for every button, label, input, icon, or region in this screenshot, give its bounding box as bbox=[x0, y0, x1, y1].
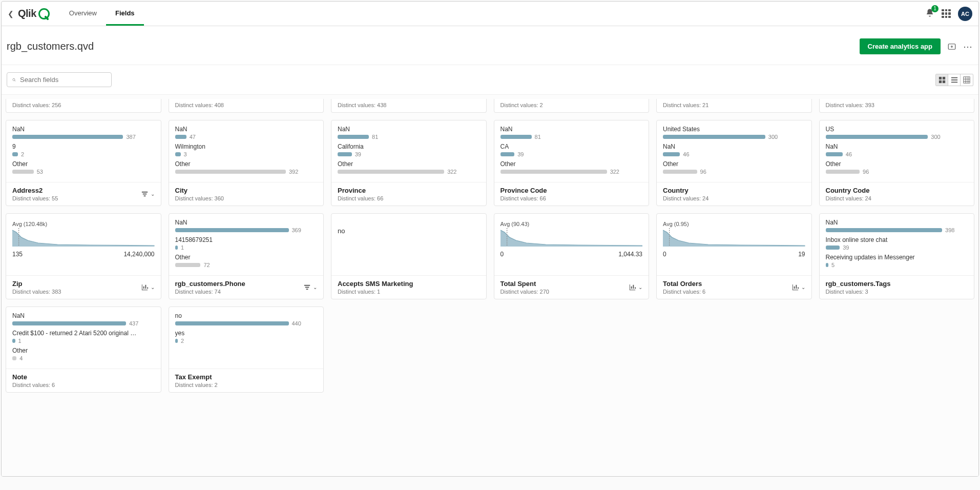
dist-label: NaN bbox=[826, 219, 968, 226]
tab-fields[interactable]: Fields bbox=[106, 2, 144, 26]
card-body: NaN 47 Wilmington 3 Other 392 bbox=[169, 120, 324, 182]
view-list-button[interactable] bbox=[948, 74, 961, 86]
field-card-partial[interactable]: Distinct values: 393 bbox=[819, 99, 975, 113]
svg-rect-1 bbox=[939, 76, 941, 79]
field-card[interactable]: US 300 NaN 46 Other 96 bbox=[819, 120, 975, 206]
filter-icon bbox=[303, 283, 311, 291]
min-value: 0 bbox=[501, 251, 504, 258]
field-card[interactable]: NaN 47 Wilmington 3 Other 392 bbox=[169, 120, 324, 206]
view-table-button[interactable] bbox=[961, 74, 973, 86]
avatar[interactable]: AC bbox=[958, 7, 972, 21]
field-name: Province Code bbox=[501, 187, 547, 194]
card-footer: Distinct values: 393 bbox=[820, 99, 974, 112]
card-body: NaN 387 9 2 Other 53 bbox=[6, 120, 161, 182]
card-footer: City Distinct values: 360 bbox=[169, 182, 324, 206]
dist-label: Other bbox=[175, 160, 318, 168]
search-input[interactable] bbox=[20, 76, 106, 84]
field-card-partial[interactable]: Distinct values: 408 bbox=[169, 99, 324, 113]
field-name: Accepts SMS Marketing bbox=[338, 280, 413, 288]
dist-row: NaN 81 bbox=[338, 126, 480, 140]
field-name: Tax Exempt bbox=[175, 373, 218, 381]
card-view-menu[interactable]: ⌄ bbox=[141, 190, 155, 198]
view-grid-button[interactable] bbox=[936, 74, 948, 86]
field-card[interactable]: NaN 81 California 39 Other 322 bbox=[331, 120, 487, 206]
dist-bar bbox=[663, 170, 697, 174]
field-card[interactable]: NaN 437 Credit $100 - returned 2 Atari 5… bbox=[6, 307, 161, 393]
dist-bar bbox=[826, 263, 829, 267]
dist-bar bbox=[175, 228, 289, 232]
dist-count: 322 bbox=[447, 169, 456, 175]
dist-label: Other bbox=[663, 160, 805, 168]
field-card[interactable]: no 440 yes 2 Tax Exempt Distinct values:… bbox=[169, 307, 324, 393]
card-footer: rgb_customers.Phone Distinct values: 74 … bbox=[169, 275, 324, 299]
card-view-menu[interactable]: ⌄ bbox=[629, 283, 642, 291]
dist-count: 1 bbox=[181, 244, 184, 251]
field-name: City bbox=[175, 187, 224, 194]
dist-label: Other bbox=[12, 347, 155, 354]
svg-rect-19 bbox=[306, 289, 308, 290]
field-card-partial[interactable]: Distinct values: 2 bbox=[494, 99, 650, 113]
dist-bar bbox=[12, 321, 126, 325]
card-view-menu[interactable]: ⌄ bbox=[141, 283, 155, 291]
chevron-down-icon: ⌄ bbox=[151, 284, 155, 290]
qlik-logo[interactable]: Qlik bbox=[18, 8, 50, 19]
field-card[interactable]: NaN 398 Inbox online store chat 39 Recei… bbox=[819, 213, 975, 299]
card-footer: rgb_customers.Tags Distinct values: 3 bbox=[820, 275, 974, 299]
dist-label: Other bbox=[175, 254, 318, 261]
field-card-partial[interactable]: Distinct values: 438 bbox=[331, 99, 487, 113]
search-fields-box[interactable] bbox=[7, 72, 112, 87]
svg-rect-7 bbox=[951, 81, 957, 83]
chevron-down-icon: ⌄ bbox=[801, 284, 805, 290]
distinct-values: Distinct values: 6 bbox=[663, 289, 705, 295]
more-menu-button[interactable]: ⋯ bbox=[963, 42, 973, 51]
distinct-values: Distinct values: 2 bbox=[175, 382, 218, 388]
field-card[interactable]: NaN 81 CA 39 Other 322 bbox=[494, 120, 650, 206]
card-body: Avg (0.95) 019 bbox=[657, 214, 811, 275]
chart-icon bbox=[141, 283, 149, 291]
card-body: NaN 398 Inbox online store chat 39 Recei… bbox=[820, 214, 974, 275]
back-chevron-icon[interactable]: ❮ bbox=[8, 10, 14, 18]
add-to-space-button[interactable] bbox=[946, 40, 958, 53]
field-card[interactable]: Avg (0.95) 019 Total Orders Distinct val… bbox=[656, 213, 812, 299]
dist-bar bbox=[826, 135, 928, 139]
field-card[interactable]: no Accepts SMS Marketing Distinct values… bbox=[331, 213, 487, 299]
distinct-values: Distinct values: 3 bbox=[826, 289, 891, 295]
dist-row: Receiving updates in Messenger 5 bbox=[826, 254, 968, 268]
field-card[interactable]: United States 300 NaN 46 Other 96 bbox=[656, 120, 812, 206]
field-card[interactable]: Avg (120.48k) 13514,240,000 Zip Distinct… bbox=[6, 213, 161, 299]
dist-row: NaN 46 bbox=[826, 143, 968, 157]
card-footer: Province Distinct values: 66 bbox=[331, 182, 486, 206]
field-card[interactable]: Avg (90.43) 01,044.33 Total Spent Distin… bbox=[494, 213, 650, 299]
dist-label: California bbox=[338, 143, 480, 150]
distinct-values: Distinct values: 256 bbox=[12, 102, 155, 108]
field-card[interactable]: NaN 387 9 2 Other 53 bbox=[6, 120, 161, 206]
fields-grid-scroll[interactable]: Distinct values: 256 Distinct values: 40… bbox=[2, 95, 978, 476]
dist-label: US bbox=[826, 126, 968, 133]
card-footer: Zip Distinct values: 383 ⌄ bbox=[6, 275, 161, 299]
distinct-values: Distinct values: 24 bbox=[826, 195, 871, 201]
card-footer: Note Distinct values: 6 bbox=[6, 369, 161, 392]
dist-row: CA 39 bbox=[501, 143, 643, 157]
svg-rect-5 bbox=[951, 77, 957, 78]
filter-icon bbox=[141, 190, 149, 198]
dist-label: CA bbox=[501, 143, 643, 150]
dist-label: NaN bbox=[175, 219, 318, 226]
app-launcher-icon[interactable] bbox=[942, 9, 951, 18]
dist-count: 46 bbox=[846, 151, 852, 157]
card-view-menu[interactable]: ⌄ bbox=[791, 283, 805, 291]
card-footer: Distinct values: 438 bbox=[331, 99, 486, 112]
distinct-values: Distinct values: 1 bbox=[338, 289, 413, 295]
dist-bar bbox=[501, 170, 607, 174]
dist-count: 96 bbox=[700, 169, 706, 175]
field-card-partial[interactable]: Distinct values: 256 bbox=[6, 99, 161, 113]
folder-plus-icon bbox=[947, 42, 956, 51]
create-analytics-app-button[interactable]: Create analytics app bbox=[860, 38, 941, 54]
notifications-button[interactable]: 1 bbox=[925, 8, 934, 19]
card-footer: Distinct values: 21 bbox=[657, 99, 811, 112]
card-view-menu[interactable]: ⌄ bbox=[303, 283, 317, 291]
card-body: NaN 81 CA 39 Other 322 bbox=[494, 120, 649, 182]
tab-overview[interactable]: Overview bbox=[60, 2, 106, 26]
field-card-partial[interactable]: Distinct values: 21 bbox=[656, 99, 812, 113]
dist-count: 300 bbox=[768, 134, 778, 140]
field-card[interactable]: NaN 369 14158679251 1 Other 72 bbox=[169, 213, 324, 299]
